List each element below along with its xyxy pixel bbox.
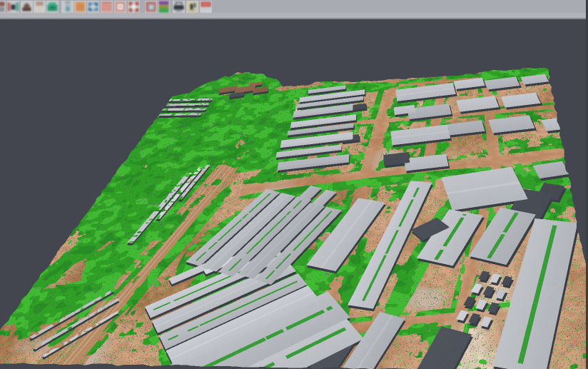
- terrain-icon[interactable]: [21, 1, 33, 13]
- blocks-icon[interactable]: [34, 1, 46, 13]
- import-icon[interactable]: [0, 1, 6, 13]
- report-icon[interactable]: [200, 1, 212, 13]
- classification-icon[interactable]: [158, 1, 170, 13]
- rotate-icon[interactable]: [87, 1, 99, 13]
- toolbar: [0, 0, 588, 19]
- mesh-render: [0, 19, 588, 369]
- align-columns-icon[interactable]: [7, 1, 19, 13]
- measure-icon[interactable]: [186, 1, 198, 13]
- profile-icon[interactable]: [101, 1, 113, 13]
- circle-select-icon[interactable]: [114, 1, 126, 13]
- clip-box-icon[interactable]: [145, 1, 157, 13]
- mesh-icon[interactable]: [46, 1, 59, 13]
- flask-icon[interactable]: [61, 1, 74, 13]
- toolbar-icons: [0, 0, 588, 19]
- application-window: [0, 0, 588, 369]
- print-icon[interactable]: [173, 1, 185, 13]
- bounds-icon[interactable]: [128, 1, 140, 13]
- ortho-icon[interactable]: [74, 1, 86, 13]
- viewport-3d[interactable]: [0, 19, 588, 369]
